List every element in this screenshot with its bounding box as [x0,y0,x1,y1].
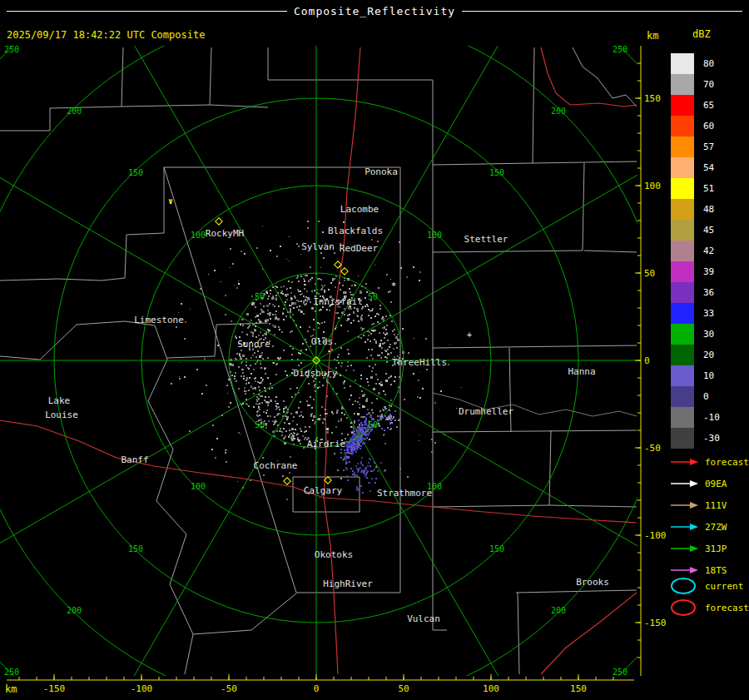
dbz-value-label: 30 [703,329,714,340]
dbz-value-label: 60 [703,121,714,132]
dbz-color-swatch [671,116,694,137]
dbz-scale-row: 42 [671,241,720,261]
dbz-scale-row: 0 [671,386,720,407]
dbz-scale-row: 36 [671,282,720,303]
colorbar-unit-label: dBZ [692,28,711,40]
31jp-arrow-icon [669,544,699,554]
09ea-arrow-icon [669,479,699,489]
dbz-color-swatch [671,386,694,407]
legend-arrow-label: 09EA [705,479,727,489]
dbz-color-swatch [671,345,694,365]
legend-ellipse-label: current [705,581,743,592]
title-separator-right [462,11,742,12]
dbz-color-swatch [671,178,694,199]
dbz-scale-row: -30 [671,428,720,449]
forecast-arrow-icon [669,457,699,467]
dbz-value-label: 80 [703,58,714,69]
dbz-value-label: 39 [703,266,714,277]
legend-arrow-row: 111V [669,494,749,516]
dbz-scale-row: 80 [671,53,720,74]
dbz-value-label: -10 [703,412,720,423]
dbz-scale-row: -10 [671,407,720,428]
dbz-value-label: 48 [703,204,714,215]
dbz-value-label: 70 [703,79,714,90]
legend-arrow-label: 31JP [705,544,727,554]
dbz-color-swatch [671,407,694,428]
dbz-color-swatch [671,199,694,220]
legend-arrow-row: 27ZW [669,516,749,538]
radar-display: Composite_Reflectivity 2025/09/17 18:42:… [0,0,749,700]
111v-arrow-icon [669,500,699,510]
dbz-scale-row: 48 [671,199,720,220]
title-separator-left [7,11,287,12]
dbz-color-swatch [671,303,694,324]
27zw-arrow-icon [669,522,699,532]
dbz-color-swatch [671,137,694,157]
dbz-value-label: 51 [703,183,714,194]
dbz-value-label: 20 [703,350,714,360]
storm-track-legend: forecast09EA111V27ZW31JP18TS [669,451,749,581]
legend-arrow-row: 09EA [669,473,749,494]
legend-arrow-label: 27ZW [705,522,727,533]
dbz-scale-row: 30 [671,324,720,345]
dbz-color-swatch [671,53,694,74]
dbz-scale-row: 10 [671,365,720,386]
dbz-scale-row: 20 [671,345,720,365]
dbz-scale-row: 60 [671,116,720,137]
radar-map [0,0,749,700]
dbz-value-label: 36 [703,287,714,298]
legend-arrow-label: 18TS [705,565,727,576]
dbz-color-swatch [671,157,694,178]
dbz-value-label: 0 [703,391,709,402]
dbz-scale-row: 33 [671,303,720,324]
axes [7,46,641,680]
dbz-scale-row: 39 [671,261,720,282]
legend-ellipse-row: current [669,575,749,597]
current-ellipse-icon [669,576,699,596]
dbz-value-label: -30 [703,433,720,444]
dbz-value-label: 65 [703,100,714,111]
dbz-colorbar: 807065605754514845423936333020100-10-30 [671,53,720,449]
dbz-color-swatch [671,261,694,282]
storm-ellipse-legend: currentforecast [669,575,749,618]
dbz-scale-row: 65 [671,95,720,116]
legend-arrow-label: forecast [705,457,749,468]
dbz-color-swatch [671,324,694,345]
title-bar: Composite_Reflectivity [0,0,749,22]
legend-ellipse-label: forecast [705,603,749,613]
forecast-ellipse-icon [669,598,699,618]
legend-arrow-row: forecast [669,451,749,473]
18ts-arrow-icon [669,565,699,575]
y-axis-unit-label: km [647,30,658,42]
dbz-color-swatch [671,282,694,303]
dbz-color-swatch [671,428,694,449]
dbz-color-swatch [671,74,694,95]
dbz-scale-row: 54 [671,157,720,178]
dbz-value-label: 42 [703,246,714,256]
x-axis-unit-label: km [5,683,17,695]
dbz-scale-row: 51 [671,178,720,199]
page-title: Composite_Reflectivity [294,5,455,17]
dbz-value-label: 33 [703,308,714,319]
timestamp-label: 2025/09/17 18:42:22 UTC Composite [7,29,205,41]
legend-arrow-row: 31JP [669,538,749,559]
dbz-value-label: 45 [703,225,714,236]
dbz-scale-row: 45 [671,220,720,241]
dbz-color-swatch [671,365,694,386]
dbz-scale-row: 70 [671,74,720,95]
legend-ellipse-row: forecast [669,597,749,618]
dbz-value-label: 10 [703,370,714,381]
dbz-color-swatch [671,241,694,261]
legend-arrow-label: 111V [705,500,727,511]
dbz-color-swatch [671,95,694,116]
dbz-scale-row: 57 [671,137,720,157]
dbz-value-label: 57 [703,141,714,152]
dbz-color-swatch [671,220,694,241]
dbz-value-label: 54 [703,162,714,173]
